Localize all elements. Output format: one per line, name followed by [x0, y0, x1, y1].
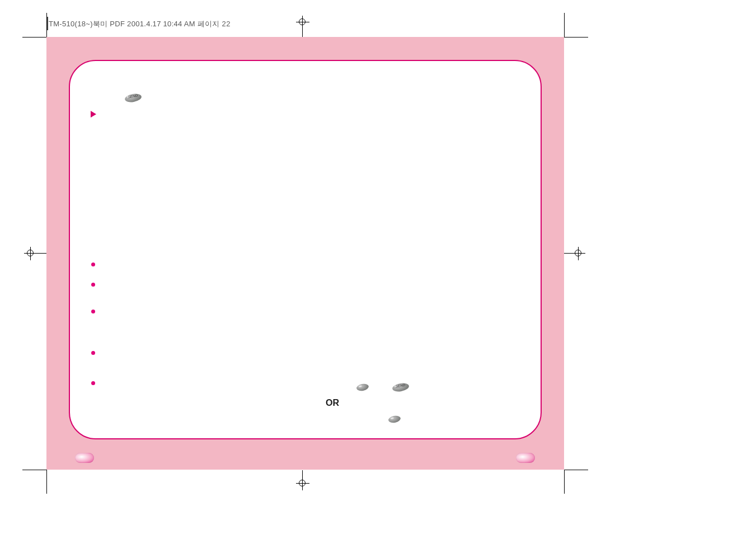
- bullet-icon: [91, 283, 95, 287]
- page-number-right: 23: [516, 453, 526, 462]
- crop-mark: [46, 13, 47, 37]
- page-number-left: 22: [75, 453, 85, 462]
- crop-mark: [564, 37, 588, 38]
- crop-mark: [46, 470, 47, 494]
- registration-mark-left: [24, 247, 37, 260]
- crop-line: [302, 29, 303, 37]
- crop-mark: [22, 470, 46, 470]
- step-triangle-icon: [91, 111, 96, 118]
- bullet-icon: [91, 351, 95, 355]
- bullet-icon: [91, 381, 95, 385]
- bullet-icon: [91, 310, 95, 313]
- document-header-filename: TM-510(18~)북미 PDF 2001.4.17 10:44 AM 페이지…: [49, 19, 231, 29]
- registration-mark-bottom: [296, 477, 309, 490]
- crop-mark: [564, 470, 565, 494]
- crop-mark: [564, 470, 588, 470]
- content-panel: [69, 60, 542, 439]
- page-number-tab-left: 22: [75, 453, 94, 463]
- crop-mark: [564, 13, 565, 37]
- crop-line: [302, 470, 303, 478]
- crop-line: [37, 253, 46, 254]
- bullet-icon: [91, 263, 95, 266]
- or-label: OR: [326, 398, 339, 408]
- crop-mark: [22, 37, 46, 38]
- crop-line: [564, 253, 573, 254]
- page-number-tab-right: 23: [516, 453, 535, 463]
- header-divider: [47, 17, 48, 30]
- registration-mark-right: [572, 247, 585, 260]
- registration-mark-top: [296, 16, 309, 29]
